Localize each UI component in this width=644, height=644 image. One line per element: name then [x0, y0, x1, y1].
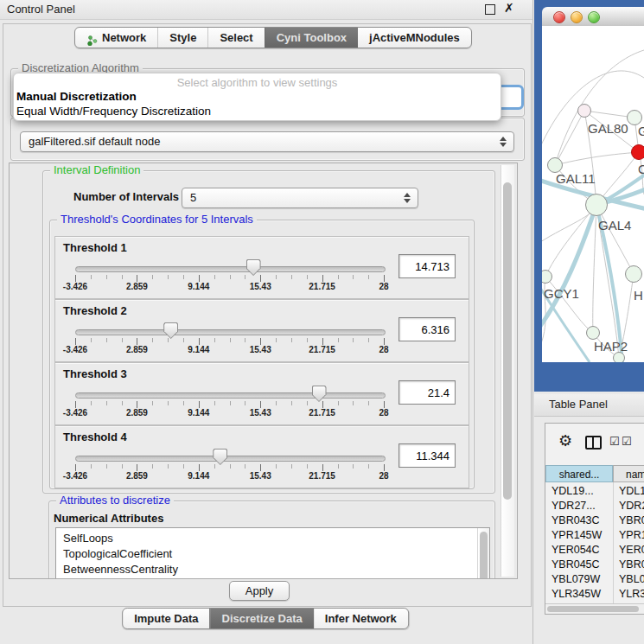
threshold-value-field[interactable]: 21.4	[399, 380, 456, 405]
tab-discretize-data[interactable]: Discretize Data	[210, 609, 314, 628]
slider-thumb[interactable]	[163, 322, 178, 339]
table-data-combobox[interactable]: galFiltered.sif default node	[20, 131, 514, 152]
table-cell[interactable]: YPR1	[619, 529, 644, 541]
columns-icon[interactable]	[585, 436, 602, 450]
table-cell[interactable]: YDR2	[619, 500, 644, 512]
numerical-attributes-list[interactable]: SelfLoopsTopologicalCoefficientBetweenne…	[55, 527, 490, 579]
slider-tick	[291, 464, 292, 469]
table-cell[interactable]: YBR043C	[552, 514, 600, 526]
network-node[interactable]	[577, 104, 591, 118]
slider-tick	[322, 464, 323, 471]
slider-tick	[152, 338, 153, 342]
network-node-label: C	[638, 162, 644, 176]
slider-tick	[276, 338, 277, 342]
gear-icon[interactable]: ⚙	[558, 433, 572, 449]
table-cell[interactable]: YBR0	[619, 558, 644, 571]
tab-impute-data[interactable]: Impute Data	[123, 609, 209, 628]
tab-cyni-toolbox[interactable]: Cyni Toolbox	[265, 28, 358, 48]
network-node[interactable]	[585, 194, 608, 216]
slider-tick	[384, 338, 385, 345]
close-icon[interactable]: ✗	[504, 1, 514, 15]
table-cell[interactable]: YLR3	[619, 588, 644, 600]
panel-title: Control Panel	[7, 3, 75, 16]
slider-tick	[353, 401, 354, 405]
tab-select[interactable]: Select	[207, 28, 264, 48]
close-traffic-icon[interactable]	[553, 11, 565, 23]
table-cell[interactable]: YDL1	[619, 485, 644, 497]
panel-scrollbar[interactable]	[501, 165, 514, 577]
slider-tick	[106, 275, 107, 279]
slider-tick	[106, 338, 107, 342]
table-hscrollbar-thumb[interactable]	[547, 606, 639, 612]
tab-network[interactable]: Network	[75, 28, 157, 48]
stepper-arrows-icon	[500, 137, 507, 147]
column-header-name[interactable]: name	[613, 465, 644, 482]
threshold-value-field[interactable]: 14.713	[399, 254, 456, 278]
slider-tick	[353, 464, 354, 469]
slider-track[interactable]	[75, 266, 386, 272]
slider-tick	[260, 275, 261, 282]
table-hscrollbar[interactable]	[545, 603, 644, 615]
dropdown-option[interactable]: Equal Width/Frequency Discretization	[16, 105, 211, 118]
threshold-value-field[interactable]: 6.316	[399, 317, 456, 341]
slider-tick	[75, 338, 76, 345]
table-cell[interactable]: YPR145W	[552, 529, 602, 541]
table-cell[interactable]: YBL0	[619, 573, 644, 585]
slider-tick	[384, 464, 385, 471]
attribute-list-item[interactable]: BetweennessCentrality	[63, 563, 178, 576]
slider-thumb[interactable]	[312, 386, 327, 402]
number-of-intervals-combobox[interactable]: 5	[182, 188, 418, 208]
table-cell[interactable]: YBR0	[619, 514, 644, 526]
slider-tick-label: 28	[379, 282, 388, 291]
slider-tick	[338, 401, 339, 405]
checkbox-icon[interactable]: ☑	[622, 435, 632, 448]
slider-track[interactable]	[75, 456, 386, 462]
slider-tick-label: 15.43	[250, 408, 271, 418]
slider-tick-label: 2.859	[126, 282, 148, 291]
checkbox-icon[interactable]: ☑	[609, 435, 620, 448]
table-toolbar: ⚙ ☑ ☑	[545, 424, 644, 462]
list-scrollbar[interactable]	[477, 528, 489, 579]
dropdown-placeholder-option[interactable]: Select algorithm to view settings	[14, 76, 501, 89]
slider-tick-label: -3.426	[63, 408, 87, 418]
float-window-icon[interactable]	[485, 4, 495, 15]
apply-button[interactable]: Apply	[229, 581, 290, 601]
zoom-traffic-icon[interactable]	[588, 11, 600, 23]
table-panel-body: ⚙ ☑ ☑ shared...nameYDL19...YDL1YDR27...Y…	[545, 423, 644, 615]
network-node[interactable]	[631, 144, 644, 160]
slider-thumb[interactable]	[246, 259, 261, 276]
slider-tick	[91, 338, 92, 342]
control-panel-tab-bar: NetworkStyleSelectCyni ToolboxjActiveMNo…	[74, 27, 472, 48]
table-cell[interactable]: YDR27...	[552, 500, 596, 512]
slider-tick	[137, 338, 137, 345]
tab-jactivemnodules[interactable]: jActiveMNodules	[358, 28, 471, 48]
network-canvas[interactable]: GAL80GAGAL11CGAL4GCY1HHAP2	[542, 26, 644, 362]
table-cell[interactable]: YER054C	[552, 544, 600, 556]
network-window-titlebar[interactable]	[542, 7, 644, 27]
table-cell[interactable]: YER0	[619, 544, 644, 556]
slider-thumb-face	[164, 323, 177, 338]
tab-infer-network[interactable]: Infer Network	[314, 609, 408, 628]
slider-track[interactable]	[75, 392, 386, 399]
list-scrollbar-thumb[interactable]	[480, 532, 488, 579]
number-of-intervals-value: 5	[190, 188, 397, 207]
table-cell[interactable]: YDL19...	[552, 485, 594, 497]
table-cell[interactable]: YLR345W	[552, 588, 601, 600]
panel-scrollbar-thumb[interactable]	[503, 182, 512, 500]
threshold-panel: Threshold 1-3.4262.8599.14415.4321.71528…	[54, 236, 469, 299]
slider-track[interactable]	[75, 329, 386, 335]
attribute-list-item[interactable]: TopologicalCoefficient	[63, 547, 172, 560]
table-cell[interactable]: YBL079W	[552, 573, 600, 585]
slider-tick-label: -3.426	[63, 471, 87, 481]
table-cell[interactable]: YBR045C	[552, 558, 600, 571]
minimize-traffic-icon[interactable]	[571, 11, 583, 23]
dropdown-option[interactable]: Manual Discretization	[16, 90, 137, 103]
slider-thumb[interactable]	[213, 449, 227, 465]
network-node[interactable]	[625, 265, 642, 283]
network-node[interactable]	[586, 326, 600, 340]
attribute-list-item[interactable]: SelfLoops	[63, 532, 113, 545]
slider-tick	[276, 275, 277, 279]
tab-style[interactable]: Style	[157, 28, 207, 48]
column-header-shared-name[interactable]: shared...	[545, 465, 613, 482]
threshold-value-field[interactable]: 11.344	[399, 443, 456, 468]
